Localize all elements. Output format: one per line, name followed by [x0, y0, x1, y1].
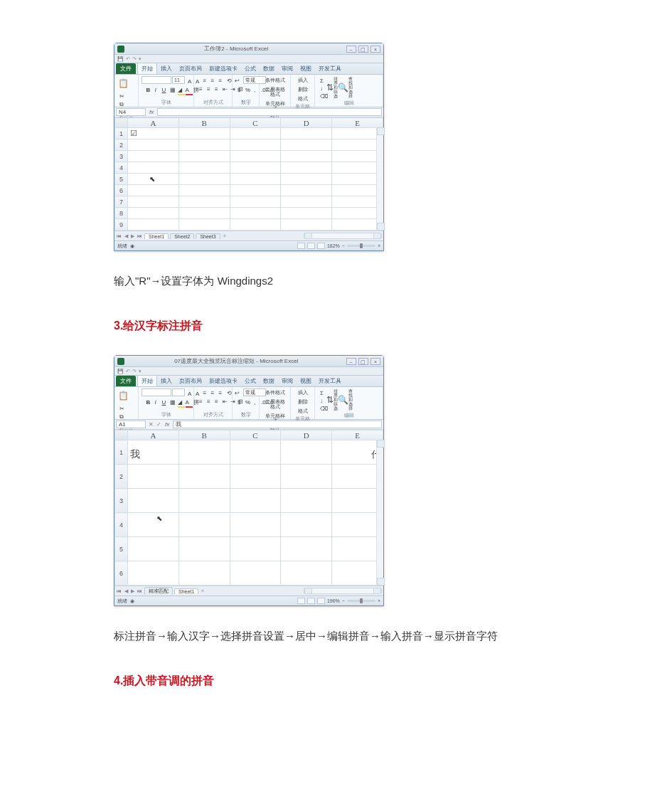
- tab-developer[interactable]: 开发工具: [315, 63, 345, 74]
- undo-icon[interactable]: ↶: [126, 56, 130, 62]
- minimize-button[interactable]: –: [346, 46, 356, 53]
- orientation-icon[interactable]: ⟲: [225, 388, 232, 396]
- cell[interactable]: [178, 185, 230, 196]
- new-sheet-icon[interactable]: ✧: [200, 588, 206, 594]
- bold-button[interactable]: B: [144, 85, 151, 92]
- row-header[interactable]: 7: [115, 196, 128, 208]
- view-normal-icon[interactable]: [297, 598, 305, 604]
- tab-layout[interactable]: 页面布局: [176, 63, 206, 74]
- redo-icon[interactable]: ↷: [132, 56, 137, 62]
- cell[interactable]: [281, 489, 332, 513]
- format-cells-button[interactable]: 格式: [296, 407, 310, 415]
- sheet-table[interactable]: A B C D E 1我什 2 3 4⬉ 5 6: [114, 430, 383, 586]
- qat-more-icon[interactable]: ▾: [139, 369, 142, 374]
- cell[interactable]: [332, 162, 383, 174]
- align-center-icon[interactable]: ≡: [205, 397, 212, 404]
- align-top-icon[interactable]: ≡: [201, 388, 208, 396]
- sheet-nav-last-icon[interactable]: ⏭: [137, 588, 143, 593]
- cell[interactable]: [332, 196, 383, 208]
- cell[interactable]: [281, 561, 332, 586]
- copy-icon[interactable]: ⧉: [117, 412, 124, 419]
- cell[interactable]: [332, 151, 383, 162]
- cell[interactable]: [281, 440, 332, 465]
- qat-more-icon[interactable]: ▾: [139, 56, 142, 62]
- grow-font-icon[interactable]: A: [186, 77, 193, 84]
- align-center-icon[interactable]: ≡: [205, 85, 212, 92]
- cell[interactable]: [332, 489, 383, 513]
- file-tab[interactable]: 文件: [116, 376, 136, 386]
- vertical-scrollbar[interactable]: [376, 127, 383, 231]
- col-header-e[interactable]: E: [332, 430, 383, 440]
- cell[interactable]: [128, 151, 179, 162]
- align-left-icon[interactable]: ≡: [197, 85, 204, 92]
- cell[interactable]: 什: [332, 440, 383, 465]
- new-sheet-icon[interactable]: ✧: [222, 233, 228, 239]
- maximize-button[interactable]: ▢: [358, 46, 368, 53]
- close-button[interactable]: ×: [370, 358, 380, 365]
- fill-icon[interactable]: ↓: [318, 396, 325, 403]
- currency-icon[interactable]: $: [235, 398, 242, 405]
- cell[interactable]: [178, 440, 230, 465]
- cell[interactable]: [230, 219, 281, 231]
- cell[interactable]: [230, 174, 281, 185]
- confirm-edit-icon[interactable]: ✓: [155, 421, 163, 428]
- sheet-nav-prev-icon[interactable]: ◀: [124, 233, 129, 239]
- cell[interactable]: [332, 561, 383, 586]
- indent-dec-icon[interactable]: ⇤: [220, 85, 228, 92]
- row-header[interactable]: 8: [115, 208, 128, 219]
- macro-record-icon[interactable]: ◉: [130, 598, 134, 604]
- cell[interactable]: [332, 219, 383, 231]
- find-select-button[interactable]: 🔍查找和选择: [339, 393, 351, 407]
- comma-icon[interactable]: ,: [251, 85, 258, 92]
- zoom-out-icon[interactable]: −: [342, 598, 345, 603]
- sheet-nav-prev-icon[interactable]: ◀: [124, 588, 129, 594]
- cell[interactable]: ⬉: [128, 174, 179, 185]
- cell[interactable]: [230, 196, 281, 208]
- align-mid-icon[interactable]: ≡: [209, 388, 216, 396]
- cell[interactable]: [332, 513, 383, 537]
- cell[interactable]: [230, 489, 281, 513]
- horizontal-scrollbar[interactable]: [304, 588, 382, 594]
- fill-color-button[interactable]: ◢: [176, 398, 183, 405]
- cell[interactable]: [281, 128, 332, 139]
- cell[interactable]: [230, 128, 281, 139]
- tab-view[interactable]: 视图: [297, 63, 315, 74]
- tab-home[interactable]: 开始: [137, 63, 157, 74]
- table-format-button[interactable]: 套用表格格式: [262, 85, 287, 98]
- cond-format-button[interactable]: 条件格式: [263, 388, 287, 396]
- underline-button[interactable]: U: [160, 398, 167, 405]
- zoom-in-icon[interactable]: +: [378, 598, 380, 603]
- sheet-nav-next-icon[interactable]: ▶: [130, 233, 135, 239]
- row-header[interactable]: 3: [115, 151, 128, 162]
- formula-input[interactable]: 我: [173, 420, 382, 428]
- cell[interactable]: [332, 128, 383, 139]
- cell[interactable]: [128, 537, 179, 561]
- cell[interactable]: [178, 174, 230, 185]
- col-header-c[interactable]: C: [230, 430, 281, 440]
- orientation-icon[interactable]: ⟲: [225, 76, 232, 83]
- view-normal-icon[interactable]: [297, 243, 305, 249]
- align-right-icon[interactable]: ≡: [213, 85, 220, 92]
- cell[interactable]: [128, 162, 179, 174]
- border-button[interactable]: ▦: [168, 85, 175, 92]
- insert-cells-button[interactable]: 插入: [296, 388, 310, 396]
- sheet-tab[interactable]: Sheet3: [196, 233, 220, 239]
- cell[interactable]: [128, 489, 179, 513]
- clear-icon[interactable]: ⌫: [318, 92, 325, 99]
- tab-review[interactable]: 审阅: [278, 63, 297, 74]
- tab-data[interactable]: 数据: [260, 376, 278, 386]
- formula-input[interactable]: [157, 108, 382, 116]
- tab-formulas[interactable]: 公式: [241, 63, 260, 74]
- tab-layout[interactable]: 页面布局: [176, 376, 206, 386]
- autosum-icon[interactable]: Σ: [318, 388, 325, 396]
- sheet-nav-next-icon[interactable]: ▶: [130, 588, 135, 594]
- cell[interactable]: [178, 151, 230, 162]
- cell[interactable]: [230, 208, 281, 219]
- sheet-tab[interactable]: Sheet1: [144, 233, 169, 239]
- cell-a1[interactable]: 我: [128, 440, 179, 465]
- tab-review[interactable]: 审阅: [278, 376, 297, 386]
- tab-data[interactable]: 数据: [260, 63, 278, 74]
- cut-icon[interactable]: ✂: [117, 404, 124, 411]
- paste-button[interactable]: 📋: [117, 76, 129, 90]
- clear-icon[interactable]: ⌫: [318, 404, 325, 411]
